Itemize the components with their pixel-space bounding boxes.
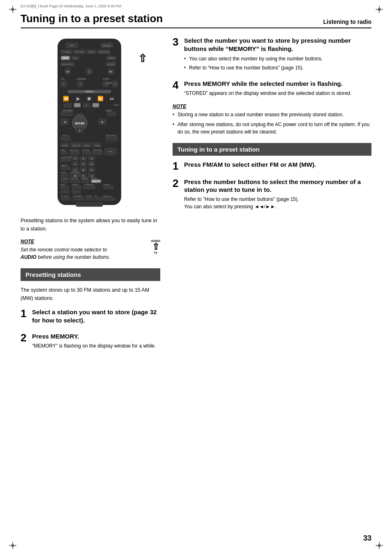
svg-text:AUDIO: AUDIO	[103, 78, 109, 80]
step-number-3: 3	[173, 37, 182, 47]
svg-text:▶: ▶	[76, 96, 81, 101]
svg-rect-62	[74, 103, 81, 107]
corner-bl	[9, 542, 16, 549]
left-step-2: 2 Press MEMORY. "MEMORY" is flashing on …	[21, 332, 160, 350]
svg-text:ON SCREEN: ON SCREEN	[106, 134, 116, 136]
svg-text:MUTING: MUTING	[108, 63, 114, 65]
tuning-step-number-2: 2	[173, 178, 182, 189]
step-3-content: Select the number you want to store by p…	[184, 37, 371, 73]
svg-text:TV/News/Info: TV/News/Info	[103, 196, 111, 197]
remote-control-svg: ψTV ψAUDIO TV/VIDEO 3D PHONIC DISPLAY OP…	[45, 37, 134, 209]
step-4-desc: “STORED” appears on the display window a…	[184, 90, 371, 97]
svg-text:ψAUDIO: ψAUDIO	[103, 44, 111, 47]
svg-text:SLOW⬦: SLOW⬦	[113, 104, 120, 106]
svg-rect-141	[70, 180, 80, 183]
remote-image-container: ψTV ψAUDIO TV/VIDEO 3D PHONIC DISPLAY OP…	[45, 37, 136, 210]
step-number-1: 1	[21, 308, 30, 319]
step-1-title: Select a station you want to store (page…	[32, 308, 160, 324]
svg-text:10: 10	[74, 175, 77, 177]
section-label: Listening to radio	[323, 18, 371, 25]
svg-text:PAGE: PAGE	[61, 149, 65, 151]
svg-text:MEMORY: MEMORY	[92, 180, 100, 182]
right-step-3: 3 Select the number you want to store by…	[173, 37, 371, 73]
svg-text:ψTV: ψTV	[70, 44, 74, 47]
svg-rect-162	[61, 197, 71, 200]
svg-rect-101	[93, 151, 103, 154]
svg-rect-105	[61, 158, 71, 161]
arrow-indicator: ⇧	[152, 242, 159, 251]
page: EX-D5[B]_f.book Page 33 Wednesday, June …	[0, 0, 392, 555]
svg-text:DISPLAY: DISPLAY	[86, 196, 92, 197]
step-4-content: Press MEMORY while the selected number i…	[184, 80, 371, 97]
arrow-up-indicator: ⇧	[138, 53, 147, 64]
tuning-step-1: 1 Press FM/AM to select either FM or AM …	[173, 161, 371, 171]
svg-rect-149	[61, 186, 69, 189]
svg-text:DVD/CD: DVD/CD	[85, 90, 93, 93]
right-note-item-2: After storing new stations, do not unplu…	[173, 121, 371, 136]
step-3-title: Select the number you want to store by p…	[184, 37, 371, 53]
svg-text:PTY SEARCH: PTY SEARCH	[73, 196, 83, 197]
tuning-step-1-title: Press FM/AM to select either FM or AM (M…	[184, 161, 371, 169]
svg-text:⏭: ⏭	[109, 70, 113, 74]
corner-br	[376, 542, 383, 549]
svg-rect-164	[85, 197, 93, 200]
svg-text:⏩: ⏩	[97, 95, 104, 101]
svg-text:ANGLE: ANGLE	[84, 145, 90, 147]
svg-text:+: +	[63, 82, 65, 86]
svg-text:TREBLE: TREBLE	[72, 184, 78, 186]
svg-text:PLAY MODE: PLAY MODE	[70, 178, 78, 180]
right-note-list: Storing a new station to a used number e…	[173, 111, 371, 136]
page-number: 33	[363, 534, 371, 543]
corner-tr	[376, 6, 383, 13]
svg-text:+10: +10	[90, 175, 94, 177]
svg-rect-166	[76, 203, 103, 207]
step-3-bullet-2: • Refer to “How to use the number button…	[184, 64, 371, 71]
svg-text:ENTER: ENTER	[75, 122, 85, 125]
svg-text:TOP MENU: TOP MENU	[62, 109, 74, 112]
svg-rect-83	[61, 136, 71, 140]
svg-text:IDS: IDS	[95, 196, 97, 197]
svg-rect-163	[73, 197, 84, 200]
step-3-bullets: • You can also select the number by usin…	[184, 55, 371, 71]
right-step-4: 4 Press MEMORY while the selected number…	[173, 80, 371, 97]
svg-text:−: −	[64, 191, 66, 193]
svg-text:⏭: ⏭	[110, 96, 115, 101]
svg-text:SET UP: SET UP	[62, 134, 69, 136]
svg-text:+: +	[79, 82, 81, 86]
note-label: NOTE	[21, 239, 147, 244]
svg-text:SCN.MODE: SCN.MODE	[93, 149, 102, 151]
svg-text:MEMORY: MEMORY	[91, 178, 98, 180]
step-number-4: 4	[173, 80, 182, 90]
svg-text:−: −	[76, 191, 77, 193]
svg-rect-140	[61, 180, 68, 183]
svg-text:REPEAT A-B: REPEAT A-B	[84, 184, 94, 186]
svg-text:CLOCK/TIMER: CLOCK/TIMER	[61, 156, 72, 158]
svg-rect-69	[61, 112, 72, 116]
svg-rect-150	[72, 186, 81, 189]
svg-text:PM MODE: PM MODE	[81, 178, 88, 180]
svg-text:CHANNEL: CHANNEL	[76, 78, 86, 80]
step-2-content: Press MEMORY. "MEMORY" is flashing on th…	[32, 332, 160, 350]
svg-text:▼: ▼	[78, 129, 81, 132]
svg-text:AUDIO: AUDIO	[106, 82, 113, 84]
svg-text:GROUP/TITLE: GROUP/TITLE	[62, 63, 73, 65]
svg-text:SUBTITLE: SUBTITLE	[72, 145, 80, 147]
svg-rect-65	[92, 103, 99, 107]
svg-text:TV/VIDEO: TV/VIDEO	[63, 51, 71, 53]
svg-text:AUX: AUX	[74, 57, 77, 59]
main-content: ψTV ψAUDIO TV/VIDEO 3D PHONIC DISPLAY OP…	[21, 37, 371, 356]
svg-rect-142	[81, 180, 90, 183]
tv-label: TV	[154, 251, 157, 254]
svg-text:AUDIO: AUDIO	[62, 145, 68, 147]
svg-text:VPT: VPT	[109, 151, 112, 153]
left-column: ψTV ψAUDIO TV/VIDEO 3D PHONIC DISPLAY OP…	[21, 37, 160, 356]
tuning-banner: Tuning in to a preset station	[173, 143, 371, 156]
svg-text:⏪: ⏪	[63, 95, 69, 101]
svg-rect-100	[82, 151, 91, 154]
svg-text:OPEN/CLOSE: OPEN/CLOSE	[99, 51, 109, 53]
svg-text:⏮: ⏮	[66, 70, 69, 74]
svg-text:⊙: ⊙	[88, 70, 91, 74]
page-title: Tuning in to a preset station	[21, 12, 163, 25]
presetting-banner: Presetting stations	[21, 268, 160, 281]
svg-text:FM/AM: FM/AM	[62, 57, 69, 59]
